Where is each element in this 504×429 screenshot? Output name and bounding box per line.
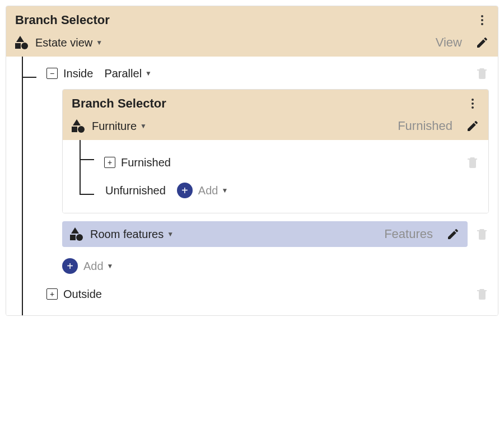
delete-button[interactable] xyxy=(466,156,479,169)
tree-node-unfurnished: Unfurnished + Add ▼ xyxy=(72,179,479,202)
inner-status: Furnished xyxy=(398,119,452,133)
more-menu-button[interactable] xyxy=(466,97,479,110)
room-features-bar[interactable]: Room features ▼ Features xyxy=(62,221,468,247)
add-button[interactable]: + xyxy=(177,183,193,198)
expand-toggle[interactable]: + xyxy=(104,157,115,168)
tree-body: − Inside Parallel ▼ Branch Selector xyxy=(6,57,498,315)
shapes-icon xyxy=(15,35,30,50)
more-menu-button[interactable] xyxy=(475,13,489,27)
edit-button[interactable] xyxy=(475,36,489,49)
room-selector-dropdown[interactable]: Room features ▼ xyxy=(90,228,174,241)
add-label: Add xyxy=(83,260,104,273)
tree-node-outside: + Outside xyxy=(15,283,489,305)
delete-button[interactable] xyxy=(475,227,489,241)
panel-title: Branch Selector xyxy=(15,13,110,27)
tree-node-inside: − Inside Parallel ▼ xyxy=(15,57,489,82)
edit-button[interactable] xyxy=(466,119,479,133)
chevron-down-icon: ▼ xyxy=(140,122,147,130)
expand-toggle[interactable]: + xyxy=(46,288,58,300)
mode-dropdown[interactable]: Parallel ▼ xyxy=(104,67,152,80)
node-label: Furnished xyxy=(121,156,171,169)
add-dropdown[interactable]: Add ▼ xyxy=(83,260,113,273)
delete-button[interactable] xyxy=(475,287,489,301)
delete-button[interactable] xyxy=(475,67,489,80)
room-status: Features xyxy=(384,227,433,241)
inner-selector-label: Furniture xyxy=(92,120,137,133)
node-label: Inside xyxy=(63,67,93,80)
room-selector-label: Room features xyxy=(90,228,164,241)
inner-selector-dropdown[interactable]: Furniture ▼ xyxy=(92,120,147,133)
shapes-icon xyxy=(70,227,85,241)
edit-button[interactable] xyxy=(446,227,460,241)
chevron-down-icon: ▼ xyxy=(145,69,152,77)
chevron-down-icon: ▼ xyxy=(96,39,102,46)
mode-label: Parallel xyxy=(104,67,142,80)
inner-panel-title: Branch Selector xyxy=(72,96,166,111)
node-label: Outside xyxy=(63,288,102,301)
add-dropdown[interactable]: Add ▼ xyxy=(198,184,228,197)
collapse-toggle[interactable]: − xyxy=(46,68,58,79)
chevron-down-icon: ▼ xyxy=(167,230,174,238)
shapes-icon xyxy=(72,119,86,133)
inner-branch-selector-panel: Branch Selector Furniture ▼ xyxy=(62,89,489,213)
view-status: View xyxy=(436,35,462,50)
branch-selector-header: Branch Selector Estate view ▼ View xyxy=(6,6,498,57)
add-label: Add xyxy=(198,184,218,197)
tree-node-furnished: + Furnished xyxy=(72,147,479,169)
add-button[interactable]: + xyxy=(62,258,78,274)
view-selector-label: Estate view xyxy=(35,36,92,49)
view-selector-dropdown[interactable]: Estate view ▼ xyxy=(35,36,102,49)
branch-selector-panel: Branch Selector Estate view ▼ View xyxy=(6,6,498,316)
chevron-down-icon: ▼ xyxy=(221,186,228,194)
add-row: + Add ▼ xyxy=(62,255,489,277)
node-label: Unfurnished xyxy=(105,184,166,197)
chevron-down-icon: ▼ xyxy=(107,262,114,270)
